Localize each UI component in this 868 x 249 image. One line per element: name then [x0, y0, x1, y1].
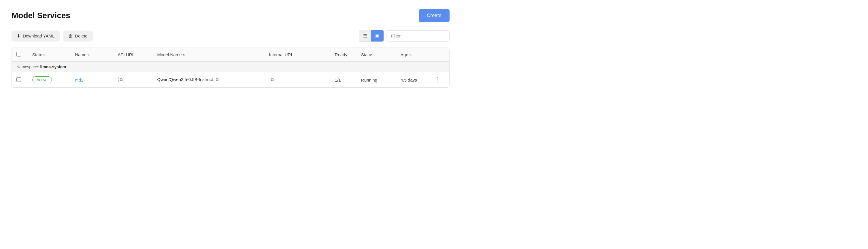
row-name: md2	[70, 72, 113, 88]
toolbar-left: ⬇ Download YAML 🗑 Delete	[11, 31, 355, 41]
model-services-table: State⇅ Name⇅ API URL Model Name⇅ Interna…	[12, 48, 449, 87]
download-yaml-button[interactable]: ⬇ Download YAML	[11, 31, 60, 41]
internal-url-copy-icon[interactable]: ⧉	[270, 77, 275, 83]
namespace-label: Namespace:	[17, 65, 40, 69]
create-button[interactable]: Create	[419, 9, 450, 22]
table-header-row: State⇅ Name⇅ API URL Model Name⇅ Interna…	[12, 48, 449, 62]
download-yaml-label: Download YAML	[23, 33, 55, 38]
col-header-actions	[429, 48, 449, 62]
status-badge: Active	[32, 76, 52, 83]
grid-view-button[interactable]: ▣	[371, 30, 383, 41]
delete-button[interactable]: 🗑 Delete	[63, 31, 93, 41]
sort-icon-state: ⇅	[43, 54, 45, 57]
select-all-header	[12, 48, 28, 62]
toolbar: ⬇ Download YAML 🗑 Delete ☰ ▣	[11, 30, 450, 42]
row-age: 4.5 days	[396, 72, 429, 88]
view-toggle: ☰ ▣	[359, 30, 384, 42]
page-header: Model Services Create	[11, 9, 450, 22]
row-actions: ⋮	[429, 72, 449, 88]
col-header-ready: Ready	[330, 48, 356, 62]
row-ready: 1/1	[330, 72, 356, 88]
download-icon: ⬇	[17, 33, 21, 39]
row-more-button[interactable]: ⋮	[433, 77, 442, 83]
sort-icon-age: ⇅	[409, 54, 411, 57]
model-name-copy-icon[interactable]: ⧉	[215, 77, 220, 83]
sort-icon-name: ⇅	[87, 54, 90, 57]
sort-icon-model: ⇅	[183, 54, 185, 57]
trash-icon: 🗑	[68, 33, 73, 38]
table-body: Namespace: llmos-system Active md2 ⧉ Qwe…	[12, 62, 449, 88]
row-internal-url: ⧉	[265, 72, 330, 88]
list-icon: ☰	[363, 33, 367, 39]
col-header-api-url: API URL	[113, 48, 153, 62]
select-all-checkbox[interactable]	[17, 52, 21, 57]
row-checkbox-cell	[12, 72, 28, 88]
list-view-button[interactable]: ☰	[359, 30, 371, 41]
col-header-name[interactable]: Name⇅	[70, 48, 113, 62]
service-name-link[interactable]: md2	[75, 77, 83, 83]
table-row: Active md2 ⧉ Qwen/Qwen2.5-0.5B-Instruct …	[12, 72, 449, 88]
col-header-age: Age⇅	[396, 48, 429, 62]
namespace-row: Namespace: llmos-system	[12, 62, 449, 72]
api-url-copy-icon[interactable]: ⧉	[119, 77, 124, 83]
row-status: Running	[356, 72, 396, 88]
col-header-state: State⇅	[28, 48, 70, 62]
row-model-name: Qwen/Qwen2.5-0.5B-Instruct ⧉	[152, 72, 264, 88]
page-container: Model Services Create ⬇ Download YAML 🗑 …	[0, 0, 461, 97]
model-services-table-wrap: State⇅ Name⇅ API URL Model Name⇅ Interna…	[11, 48, 450, 88]
col-header-status: Status	[356, 48, 396, 62]
row-checkbox[interactable]	[17, 77, 21, 82]
row-state: Active	[28, 72, 70, 88]
page-title: Model Services	[11, 11, 70, 20]
col-header-model-name: Model Name⇅	[152, 48, 264, 62]
namespace-cell: Namespace: llmos-system	[12, 62, 449, 72]
delete-label: Delete	[75, 33, 87, 38]
toolbar-right: ☰ ▣	[359, 30, 450, 42]
col-header-internal-url: Internal URL	[265, 48, 330, 62]
filter-input[interactable]	[386, 30, 450, 41]
row-api-url: ⧉	[113, 72, 153, 88]
grid-icon: ▣	[375, 33, 379, 39]
namespace-name: llmos-system	[40, 65, 66, 69]
